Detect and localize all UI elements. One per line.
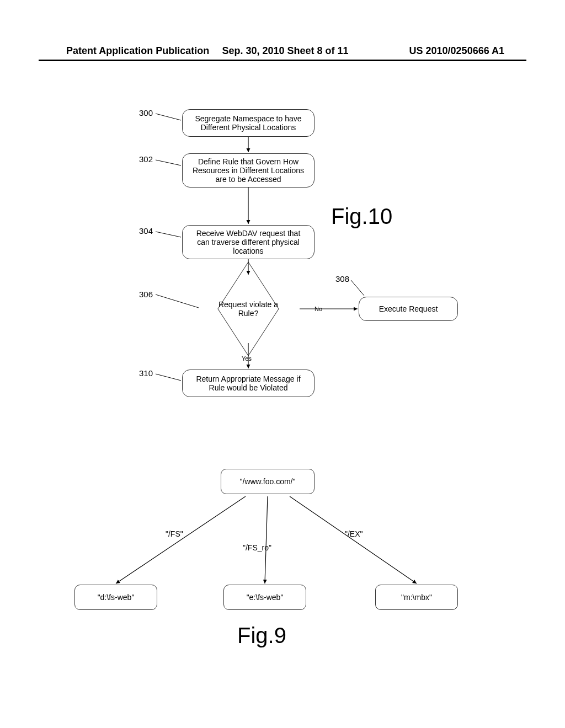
leaf-right-text: "m:\mbx": [401, 593, 432, 602]
edge-left-label: "/FS": [166, 529, 183, 538]
svg-line-11: [116, 496, 246, 584]
svg-line-9: [351, 280, 364, 296]
leaf-left: "d:\fs-web": [74, 585, 157, 610]
leaf-mid: "e:\fs-web": [223, 585, 306, 610]
edge-right-label: "/EX": [345, 529, 363, 538]
header-center: Sep. 30, 2010 Sheet 8 of 11: [212, 45, 359, 57]
leaf-left-text: "d:\fs-web": [98, 593, 135, 602]
step-308-text: Execute Request: [379, 304, 438, 313]
tree-root-text: "/www.foo.com/": [240, 477, 296, 486]
step-310-box: Return Appropriate Message if Rule would…: [182, 370, 315, 397]
header-left: Patent Application Publication: [66, 45, 212, 57]
ref-306: 306: [139, 290, 153, 299]
ref-300: 300: [139, 108, 153, 117]
svg-line-8: [156, 295, 199, 308]
ref-310: 310: [139, 368, 153, 378]
ref-304: 304: [139, 226, 153, 235]
step-304-text: Receive WebDAV request that can traverse…: [189, 229, 307, 255]
leaf-mid-text: "e:\fs-web": [247, 593, 284, 602]
branch-no-label: No: [315, 306, 322, 312]
branch-yes-label: Yes: [242, 355, 252, 362]
step-302-text: Define Rule that Govern How Resources in…: [189, 157, 307, 184]
figure-10-label: Fig.10: [331, 204, 392, 229]
svg-line-7: [156, 232, 181, 237]
step-310-text: Return Appropriate Message if Rule would…: [189, 374, 307, 392]
svg-line-13: [290, 496, 417, 584]
svg-line-6: [156, 160, 181, 165]
figure-9-label: Fig.9: [237, 623, 286, 648]
header-right: US 2010/0250666 A1: [358, 45, 504, 57]
page-header: Patent Application Publication Sep. 30, …: [0, 45, 565, 57]
step-300-box: Segregate Namespace to have Different Ph…: [182, 109, 315, 137]
leaf-right: "m:\mbx": [375, 585, 458, 610]
svg-line-10: [156, 374, 181, 381]
edge-mid-label: "/FS_ro": [243, 543, 271, 552]
ref-308: 308: [335, 274, 349, 283]
ref-302: 302: [139, 154, 153, 164]
svg-line-5: [156, 114, 181, 120]
tree-root: "/www.foo.com/": [221, 469, 315, 494]
step-300-text: Segregate Namespace to have Different Ph…: [189, 114, 307, 132]
decision-306-text: Request violate a Rule?: [204, 281, 292, 336]
svg-line-12: [265, 496, 268, 584]
step-302-box: Define Rule that Govern How Resources in…: [182, 153, 315, 188]
step-304-box: Receive WebDAV request that can traverse…: [182, 225, 315, 259]
header-rule: [39, 60, 526, 61]
step-308-box: Execute Request: [359, 297, 458, 321]
decision-306: Request violate a Rule?: [204, 281, 292, 336]
